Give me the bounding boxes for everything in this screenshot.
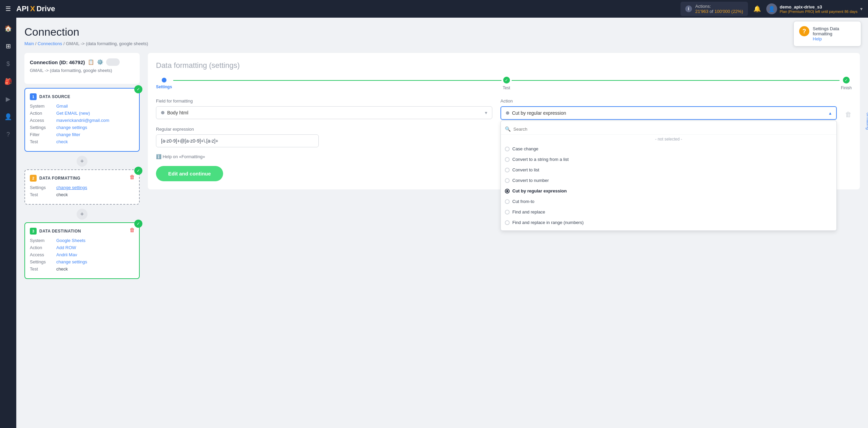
radio-convert-string [505, 157, 510, 162]
step-test-dot: ✓ [503, 77, 510, 83]
item-label-convert-list: Convert to list [512, 167, 539, 172]
breadcrumb-current: GMAIL -> (data formatting, google sheets… [66, 41, 148, 46]
sidebar-user-icon[interactable]: 👤 [3, 111, 14, 122]
dropdown-item-cut-regex[interactable]: Cut by regular expression [501, 186, 836, 196]
search-icon: 🔍 [505, 126, 511, 132]
step3-delete[interactable]: 🗑 [130, 227, 135, 233]
item-label-convert-string: Convert to a string from a list [512, 157, 569, 162]
sidebar-connections-icon[interactable]: ⊞ [3, 41, 14, 52]
step1-number: 1 [30, 93, 37, 100]
step2-settings[interactable]: change settings [56, 185, 87, 190]
breadcrumb-connections[interactable]: Connections [38, 41, 62, 46]
step3-action[interactable]: Add ROW [56, 245, 76, 250]
actions-label: Actions: [695, 4, 711, 9]
right-panel: Data formatting (settings) Settings ✓ [148, 53, 860, 283]
formatting-side-label[interactable]: ormating [866, 113, 868, 130]
connection-header: Connection (ID: 46792) 📋 ⚙️ GMAIL -> (da… [24, 53, 140, 84]
dropdown-item-convert-number[interactable]: Convert to number [501, 175, 836, 186]
item-label-cut-regex: Cut by regular expression [512, 188, 567, 193]
sidebar-help-icon[interactable]: ? [3, 129, 14, 140]
settings-icon[interactable]: ⚙️ [97, 59, 103, 65]
edit-continue-button[interactable]: Edit and continue [156, 166, 223, 181]
step1-test[interactable]: check [56, 139, 68, 144]
copy-icon[interactable]: 📋 [88, 59, 94, 65]
page-title: Connection [24, 26, 860, 38]
breadcrumb-main[interactable]: Main [24, 41, 34, 46]
main-content: Connection Main / Connections / GMAIL ->… [16, 18, 868, 428]
logo-x: X [30, 4, 35, 13]
dropdown-item-find-replace[interactable]: Find and replace [501, 207, 836, 217]
step1-box: ✓ 1 DATA SOURCE SystemGmail ActionGet EM… [24, 88, 140, 152]
action-chevron-icon: ▴ [829, 110, 831, 116]
step3-system[interactable]: Google Sheets [56, 238, 85, 243]
action-select[interactable]: Cut by regular expression ▴ [500, 106, 837, 120]
dropdown-search: 🔍 [501, 124, 836, 135]
connection-toggle[interactable] [106, 58, 120, 66]
step3-settings[interactable]: change settings [56, 259, 87, 264]
step3-title: DATA DESTINATION [39, 229, 81, 234]
step2-check: ✓ [134, 167, 142, 175]
step2-test: check [56, 192, 68, 197]
sidebar-billing-icon[interactable]: $ [3, 58, 14, 69]
user-menu[interactable]: 👤 demo_apix-drive_s3 Plan |Premium PRO| … [766, 3, 863, 14]
radio-cut-regex [505, 189, 510, 193]
dropdown-item-convert-string[interactable]: Convert to a string from a list [501, 154, 836, 165]
actions-counter: i Actions: 21'963 of 100'000 (22%) [680, 2, 748, 16]
help-tooltip-link[interactable]: Help [813, 36, 855, 41]
sidebar-bag-icon[interactable]: 🎒 [3, 76, 14, 87]
action-dot [506, 111, 509, 115]
step1-filter[interactable]: change filter [56, 132, 80, 137]
radio-find-replace-range [505, 220, 510, 225]
dropdown-item-convert-list[interactable]: Convert to list [501, 165, 836, 175]
step1-title: DATA SOURCE [39, 94, 70, 99]
step1-access[interactable]: maverickandrii@gmail.com [56, 118, 109, 123]
data-formatting-card: Data formatting (settings) Settings ✓ [148, 53, 860, 189]
help-text: Help on «Formatting» [163, 154, 205, 159]
progress-bar: Settings ✓ Test ✓ Finish [156, 77, 852, 90]
item-label-convert-number: Convert to number [512, 178, 549, 183]
breadcrumb-sep1: / [35, 41, 38, 46]
step2-title: DATA FORMATTING [39, 176, 80, 181]
action-select-value: Cut by regular expression [512, 110, 566, 116]
radio-case-change [505, 147, 510, 151]
step3-test: check [56, 266, 68, 272]
step1-settings[interactable]: change settings [56, 125, 87, 130]
user-menu-chevron: ▾ [860, 6, 863, 12]
form-row: Field for formatting Body html ▾ [156, 98, 852, 120]
actions-of: of [710, 9, 714, 14]
item-label-find-replace-range: Find and replace in range (numbers) [512, 220, 584, 225]
delete-row-btn[interactable]: 🗑 [845, 98, 852, 120]
info-icon: i [685, 5, 692, 12]
sidebar-play-icon[interactable]: ▶ [3, 94, 14, 105]
regex-input[interactable] [156, 134, 319, 147]
step3-number: 3 [30, 228, 37, 235]
sidebar-home-icon[interactable]: 🏠 [3, 23, 14, 34]
step3-box: ✓ 🗑 3 DATA DESTINATION SystemGoogle Shee… [24, 222, 140, 279]
logo: APIXDrive [16, 4, 55, 13]
add-between-1-2[interactable]: + [77, 156, 87, 167]
dropdown-search-input[interactable] [513, 127, 832, 132]
step1-action[interactable]: Get EMAIL (new) [56, 111, 90, 116]
logo-api: API [16, 4, 29, 13]
add-between-2-3[interactable]: + [77, 209, 87, 220]
step-test-label: Test [503, 86, 510, 90]
field-select[interactable]: Body html ▾ [156, 106, 492, 119]
step2-box: ✓ 🗑 2 DATA FORMATTING Settings change se… [24, 169, 140, 205]
step3-check: ✓ [134, 220, 142, 228]
left-panel: Connection (ID: 46792) 📋 ⚙️ GMAIL -> (da… [24, 53, 140, 283]
delete-icon[interactable]: 🗑 [845, 111, 852, 118]
progress-line-2 [512, 80, 840, 81]
dropdown-item-find-replace-range[interactable]: Find and replace in range (numbers) [501, 217, 836, 228]
step3-access[interactable]: Andrii Mav [56, 252, 77, 257]
df-title: Data formatting (settings) [156, 61, 852, 70]
dropdown-item-cut-from[interactable]: Cut from-to [501, 196, 836, 207]
step-settings-label: Settings [156, 85, 172, 89]
help-icon: ℹ️ [156, 154, 161, 159]
step2-delete[interactable]: 🗑 [130, 174, 135, 180]
dropdown-item-case-change[interactable]: Case change [501, 144, 836, 154]
hamburger-icon[interactable]: ☰ [5, 5, 11, 13]
dropdown-not-selected: - not selected - [501, 135, 836, 144]
bell-icon[interactable]: 🔔 [753, 5, 761, 13]
action-group: Action Cut by regular expression ▴ [500, 98, 837, 120]
step1-system[interactable]: Gmail [56, 104, 68, 109]
